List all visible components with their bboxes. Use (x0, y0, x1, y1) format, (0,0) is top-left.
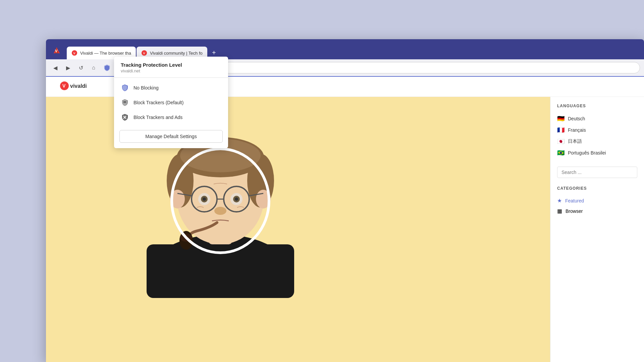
manage-default-settings-button[interactable]: Manage Default Settings (119, 130, 223, 143)
category-browser-label: Browser (566, 208, 583, 214)
shield-block-trackers-icon (121, 99, 129, 107)
svg-point-26 (203, 197, 206, 201)
categories-section: CATEGORIES ★ Featured ▦ Browser (557, 186, 637, 216)
tracking-manage: Manage Default Settings (119, 130, 223, 143)
languages-title: LANGUAGES (557, 104, 637, 108)
browser-icon: ▦ (557, 208, 562, 214)
category-browser[interactable]: ▦ Browser (557, 206, 637, 216)
category-featured-label: Featured (565, 198, 584, 203)
languages-section: LANGUAGES 🇩🇪 Deutsch 🇫🇷 Français 🇯🇵 日本語 (557, 104, 637, 159)
vivaldi-icon: V (51, 45, 63, 57)
search-section (557, 167, 637, 178)
language-item-de[interactable]: 🇩🇪 Deutsch (557, 113, 637, 124)
vivaldi-logo: V (49, 43, 64, 58)
sidebar: LANGUAGES 🇩🇪 Deutsch 🇫🇷 Français 🇯🇵 日本語 (550, 97, 644, 362)
block-trackers-ads-label: Block Trackers and Ads (133, 115, 182, 120)
no-blocking-label: No Blocking (133, 85, 159, 90)
categories-title: CATEGORIES (557, 186, 637, 191)
category-featured[interactable]: ★ Featured (557, 195, 637, 206)
tracking-option-no-blocking[interactable]: No Blocking (114, 80, 228, 95)
language-item-fr[interactable]: 🇫🇷 Français (557, 124, 637, 136)
tab-bar: V V Vivaldi — The browser tha V Vivaldi … (46, 39, 644, 59)
tracking-options: No Blocking Block Trackers (Default) Blo… (114, 78, 228, 127)
language-label-ja: 日本語 (568, 138, 582, 144)
shield-block-ads-icon (121, 113, 129, 121)
svg-text:V: V (143, 52, 145, 55)
tracking-header: Tracking Protection Level vivaldi.net (114, 57, 228, 78)
svg-point-29 (235, 197, 238, 201)
flag-de: 🇩🇪 (557, 115, 565, 122)
shield-no-blocking-icon (121, 84, 129, 92)
language-label-pt: Português Brasilei (568, 150, 606, 156)
tracking-dropdown: Tracking Protection Level vivaldi.net No… (114, 57, 228, 148)
tab-1-icon: V (71, 50, 77, 56)
language-item-pt[interactable]: 🇧🇷 Português Brasilei (557, 147, 637, 159)
tracking-url: vivaldi.net (121, 68, 221, 73)
block-trackers-label: Block Trackers (Default) (133, 100, 183, 105)
back-button[interactable]: ◀ (50, 62, 61, 73)
language-label-fr: Français (568, 127, 586, 133)
flag-fr: 🇫🇷 (557, 126, 565, 134)
language-label-de: Deutsch (568, 116, 585, 121)
tracking-protection-button[interactable] (101, 62, 113, 74)
reload-button[interactable]: ↺ (75, 62, 86, 73)
search-input[interactable] (557, 167, 637, 178)
tracking-option-block-trackers-ads[interactable]: Block Trackers and Ads (114, 110, 228, 125)
flag-pt: 🇧🇷 (557, 149, 565, 157)
flag-ja: 🇯🇵 (557, 138, 565, 145)
language-item-ja[interactable]: 🇯🇵 日本語 (557, 136, 637, 147)
svg-text:V: V (73, 52, 75, 55)
svg-text:V: V (55, 49, 58, 53)
site-logo: V vivaldi (59, 81, 100, 93)
home-button[interactable]: ⌂ (88, 62, 99, 73)
tracking-option-block-trackers[interactable]: Block Trackers (Default) (114, 95, 228, 110)
tab-2-title: Vivaldi community | Tech fo (150, 51, 203, 56)
svg-point-30 (214, 207, 226, 215)
featured-icon: ★ (557, 197, 562, 204)
tab-1-title: Vivaldi — The browser tha (80, 51, 131, 56)
tab-2-icon: V (141, 50, 147, 56)
svg-text:V: V (62, 83, 66, 88)
tracking-title: Tracking Protection Level (121, 62, 221, 68)
forward-button[interactable]: ▶ (63, 62, 73, 73)
svg-text:vivaldi: vivaldi (70, 83, 87, 89)
